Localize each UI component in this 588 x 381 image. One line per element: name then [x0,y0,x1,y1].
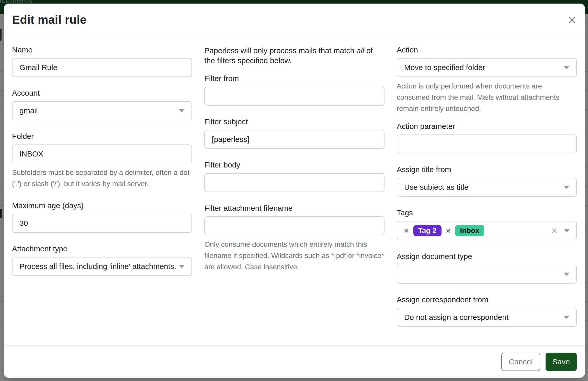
action-label: Action [397,46,577,54]
filter-subject-input[interactable] [204,130,384,149]
folder-label: Folder [12,132,192,141]
assign-correspondent-from-select[interactable]: Do not assign a correspondent [397,308,577,327]
clear-tags-icon[interactable]: × [551,226,557,236]
attachment-type-field-group: Attachment type Process all files, inclu… [12,244,192,276]
dialog-body: Name Account gmail Folder Subfolders mus… [4,34,585,345]
filter-attachment-filename-label: Filter attachment filename [204,204,384,212]
caret-down-icon [564,316,569,319]
account-label: Account [12,89,192,97]
account-selected-value: gmail [19,106,38,115]
filters-intro-text: Paperless will only process mails that m… [204,46,384,65]
assign-title-field-group: Assign title from Use subject as title [397,165,577,197]
assign-document-type-label: Assign document type [397,252,577,261]
backdrop-text-fragment: l [0,206,4,220]
folder-input[interactable] [12,144,192,163]
filter-attachment-filename-input[interactable] [204,216,384,235]
name-input[interactable] [12,58,192,77]
folder-hint: Subfolders must be separated by a delimi… [12,167,192,189]
filters-intro-prefix: Paperless will only process mails that m… [204,46,356,55]
save-button[interactable]: Save [546,353,577,371]
assign-title-from-selected-value: Use subject as title [404,183,469,192]
action-selected-value: Move to specified folder [404,63,485,72]
assign-title-from-label: Assign title from [397,165,577,174]
filter-body-label: Filter body [204,161,384,169]
filter-attachment-field-group: Filter attachment filename Only consume … [204,204,384,273]
backdrop-text-fragment: u [0,253,4,263]
dialog-footer: Cancel Save [4,345,585,378]
folder-field-group: Folder Subfolders must be separated by a… [12,132,192,189]
cancel-button[interactable]: Cancel [501,353,540,371]
caret-down-icon [179,109,185,113]
action-field-group: Action Move to specified folder Action i… [397,46,577,114]
tags-field-group: Tags × Tag 2 × Inbox × [397,208,577,240]
max-age-label: Maximum age (days) [12,201,192,210]
max-age-input[interactable] [12,214,192,233]
assign-title-from-select[interactable]: Use subject as title [397,178,577,197]
caret-down-icon [564,229,570,232]
attachment-type-selected-value: Process all files, including 'inline' at… [19,262,176,271]
name-field-group: Name [12,46,192,77]
filter-subject-field-group: Filter subject [204,117,384,149]
backdrop-text-fragment: c [0,110,4,123]
remove-tag-icon[interactable]: × [404,226,409,235]
caret-down-icon [564,186,569,189]
attachment-type-label: Attachment type [12,244,192,253]
caret-down-icon [564,66,569,69]
tags-control-buttons: × [551,226,570,236]
assign-correspondent-from-selected-value: Do not assign a correspondent [404,313,509,322]
assign-correspondent-field-group: Assign correspondent from Do not assign … [397,295,577,327]
column-filters: Paperless will only process mails that m… [204,46,384,339]
action-select[interactable]: Move to specified folder [397,58,577,77]
filter-from-input[interactable] [204,87,384,106]
filter-subject-label: Filter subject [204,117,384,126]
action-parameter-input[interactable] [397,135,577,153]
tag-pill: Inbox [455,225,484,236]
tag-pill: Tag 2 [413,225,442,236]
filter-attachment-filename-hint: Only consume documents which entirely ma… [204,239,384,273]
backdrop-text-fragment: g [0,21,4,41]
account-select[interactable]: gmail [12,101,192,120]
filter-from-field-group: Filter from [204,74,384,106]
caret-down-icon [179,265,185,268]
action-parameter-field-group: Action parameter [397,122,577,153]
tags-label: Tags [397,208,577,217]
filter-body-input[interactable] [204,173,384,192]
filter-body-field-group: Filter body [204,161,384,192]
max-age-field-group: Maximum age (days) [12,201,192,233]
dialog-header: Edit mail rule × [4,4,585,34]
dialog-title: Edit mail rule [12,13,87,27]
column-general: Name Account gmail Folder Subfolders mus… [12,46,192,339]
close-icon[interactable]: × [568,13,577,25]
action-parameter-label: Action parameter [397,122,577,131]
backdrop-text-fragment: e [0,277,4,287]
tags-select[interactable]: × Tag 2 × Inbox × [397,221,577,240]
attachment-type-select[interactable]: Process all files, including 'inline' at… [12,257,192,276]
assign-correspondent-from-label: Assign correspondent from [397,295,577,304]
column-actions: Action Move to specified folder Action i… [397,46,577,339]
caret-down-icon [564,273,569,276]
assign-document-type-select[interactable] [397,265,577,284]
account-field-group: Account gmail [12,89,192,120]
filter-from-label: Filter from [204,74,384,83]
name-label: Name [12,46,192,54]
action-hint: Action is only performed when documents … [397,81,577,114]
assign-doc-type-field-group: Assign document type [397,252,577,284]
remove-tag-icon[interactable]: × [446,226,451,235]
filters-intro-emphasis: all [357,46,364,55]
edit-mail-rule-dialog: Edit mail rule × Name Account gmail Fold… [4,4,585,378]
